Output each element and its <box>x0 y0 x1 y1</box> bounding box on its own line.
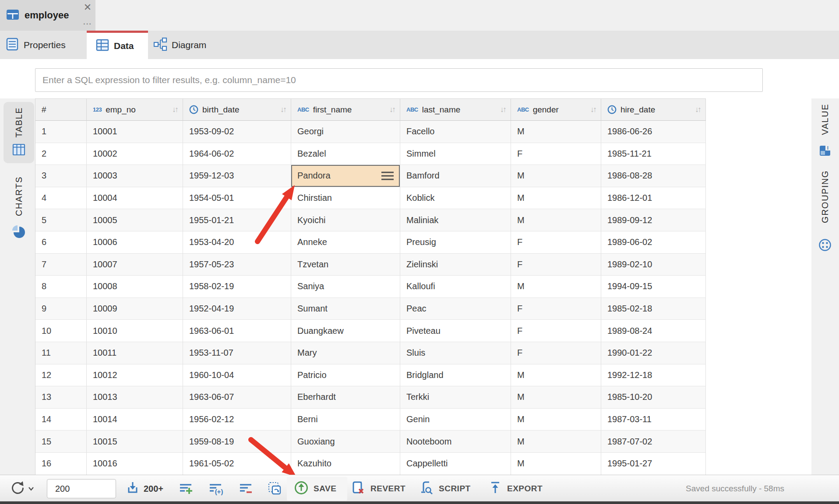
cell-hire_date[interactable]: 1990-01-22 <box>601 342 706 364</box>
cell-gender[interactable]: M <box>511 121 601 143</box>
cell-last_name[interactable]: Bamford <box>400 165 511 187</box>
cell-first_name[interactable]: Guoxiang <box>291 430 400 453</box>
cell-num[interactable]: 11 <box>35 342 87 364</box>
cell-emp_no[interactable]: 10009 <box>87 298 183 320</box>
cell-hire_date[interactable]: 1995-01-27 <box>601 453 706 475</box>
cell-birth_date[interactable]: 1961-05-02 <box>183 453 291 475</box>
revert-button[interactable]: REVERT <box>350 475 405 502</box>
cell-gender[interactable]: F <box>511 342 601 364</box>
cell-last_name[interactable]: Terkki <box>400 386 511 409</box>
cell-gender[interactable]: F <box>511 231 601 254</box>
column-header-hire_date[interactable]: hire_date↓↑ <box>601 99 706 121</box>
fetch-next-page-button[interactable]: 200+ <box>125 475 163 502</box>
cell-hire_date[interactable]: 1985-02-18 <box>601 298 706 320</box>
cell-hire_date[interactable]: 1985-11-21 <box>601 143 706 165</box>
cell-birth_date[interactable]: 1953-04-20 <box>183 231 291 254</box>
sort-icon[interactable]: ↓↑ <box>172 105 177 114</box>
cell-gender[interactable]: F <box>511 254 601 276</box>
sql-filter-input[interactable] <box>35 68 763 92</box>
cell-num[interactable]: 12 <box>35 364 87 387</box>
cell-emp_no[interactable]: 10008 <box>87 276 183 298</box>
cell-birth_date[interactable]: 1954-05-01 <box>183 187 291 210</box>
cell-hire_date[interactable]: 1986-12-01 <box>601 187 706 210</box>
refresh-button[interactable] <box>10 475 34 502</box>
cell-emp_no[interactable]: 10003 <box>87 165 183 187</box>
cell-last_name[interactable]: Kalloufi <box>400 276 511 298</box>
cell-hire_date[interactable]: 1986-08-28 <box>601 165 706 187</box>
cell-emp_no[interactable]: 10001 <box>87 121 183 143</box>
close-tab-icon[interactable]: ✕ <box>84 3 92 12</box>
tab-data[interactable]: Data <box>87 31 148 59</box>
cell-hire_date[interactable]: 1989-09-12 <box>601 209 706 231</box>
duplicate-row-button[interactable]: (+) <box>208 475 224 502</box>
cell-gender[interactable]: M <box>511 364 601 387</box>
cell-first_name[interactable]: Eberhardt <box>291 386 400 409</box>
column-header-birth_date[interactable]: birth_date↓↑ <box>183 99 291 121</box>
cell-last_name[interactable]: Facello <box>400 121 511 143</box>
tab-diagram[interactable]: Diagram <box>153 31 206 59</box>
cell-first_name[interactable]: Kazuhito <box>291 453 400 475</box>
cell-last_name[interactable]: Koblick <box>400 187 511 210</box>
cell-first_name[interactable]: Sumant <box>291 298 400 320</box>
fetch-size-input[interactable] <box>47 479 116 498</box>
cell-num[interactable]: 2 <box>35 143 87 165</box>
copy-special-button[interactable] <box>267 475 283 502</box>
cell-gender[interactable]: F <box>511 143 601 165</box>
sort-icon[interactable]: ↓↑ <box>389 105 395 114</box>
cell-emp_no[interactable]: 10013 <box>87 386 183 409</box>
cell-last_name[interactable]: Sluis <box>400 342 511 364</box>
cell-first_name[interactable]: Tzvetan <box>291 254 400 276</box>
cell-gender[interactable]: M <box>511 430 601 453</box>
cell-first_name[interactable]: Duangkaew <box>291 320 400 342</box>
cell-num[interactable]: 9 <box>35 298 87 320</box>
cell-gender[interactable]: M <box>511 386 601 409</box>
panel-tab-grouping[interactable]: GROUPING <box>812 168 838 256</box>
cell-gender[interactable]: M <box>511 165 601 187</box>
cell-first_name[interactable]: Mary <box>291 342 400 364</box>
cell-birth_date[interactable]: 1957-05-23 <box>183 254 291 276</box>
cell-first_name[interactable]: Berni <box>291 409 400 431</box>
cell-gender[interactable]: M <box>511 409 601 431</box>
cell-menu-icon[interactable] <box>381 172 394 180</box>
cell-last_name[interactable]: Nooteboom <box>400 430 511 453</box>
cell-gender[interactable]: M <box>511 209 601 231</box>
add-row-button[interactable] <box>179 475 194 502</box>
cell-birth_date[interactable]: 1953-09-02 <box>183 121 291 143</box>
cell-hire_date[interactable]: 1986-06-26 <box>601 121 706 143</box>
cell-first_name[interactable]: Saniya <box>291 276 400 298</box>
cell-hire_date[interactable]: 1989-06-02 <box>601 231 706 254</box>
cell-emp_no[interactable]: 10005 <box>87 209 183 231</box>
column-header-emp_no[interactable]: 123emp_no↓↑ <box>87 99 183 121</box>
cell-birth_date[interactable]: 1958-02-19 <box>183 276 291 298</box>
cell-emp_no[interactable]: 10011 <box>87 342 183 364</box>
cell-hire_date[interactable]: 1989-02-10 <box>601 254 706 276</box>
cell-last_name[interactable]: Preusig <box>400 231 511 254</box>
cell-birth_date[interactable]: 1955-01-21 <box>183 209 291 231</box>
cell-num[interactable]: 16 <box>35 453 87 475</box>
cell-gender[interactable]: M <box>511 276 601 298</box>
save-button[interactable]: SAVE <box>293 475 336 502</box>
cell-num[interactable]: 1 <box>35 121 87 143</box>
panel-tab-value[interactable]: VALUE I <box>812 102 838 161</box>
cell-num[interactable]: 3 <box>35 165 87 187</box>
cell-last_name[interactable]: Piveteau <box>400 320 511 342</box>
cell-last_name[interactable]: Bridgland <box>400 364 511 387</box>
cell-first_name[interactable]: Pandora <box>291 165 400 187</box>
presentation-tab-table[interactable]: TABLE <box>4 102 34 163</box>
column-header-num[interactable]: # <box>35 99 87 121</box>
cell-first_name[interactable]: Georgi <box>291 121 400 143</box>
tab-overflow-icon[interactable]: ··· <box>83 22 92 26</box>
cell-hire_date[interactable]: 1985-10-20 <box>601 386 706 409</box>
cell-last_name[interactable]: Genin <box>400 409 511 431</box>
sort-icon[interactable]: ↓↑ <box>590 105 596 114</box>
delete-row-button[interactable] <box>239 475 254 502</box>
cell-hire_date[interactable]: 1992-12-18 <box>601 364 706 387</box>
cell-birth_date[interactable]: 1963-06-01 <box>183 320 291 342</box>
cell-first_name[interactable]: Kyoichi <box>291 209 400 231</box>
cell-last_name[interactable]: Zielinski <box>400 254 511 276</box>
cell-last_name[interactable]: Cappelletti <box>400 453 511 475</box>
cell-hire_date[interactable]: 1987-07-02 <box>601 430 706 453</box>
cell-birth_date[interactable]: 1953-11-07 <box>183 342 291 364</box>
cell-emp_no[interactable]: 10014 <box>87 409 183 431</box>
cell-emp_no[interactable]: 10007 <box>87 254 183 276</box>
